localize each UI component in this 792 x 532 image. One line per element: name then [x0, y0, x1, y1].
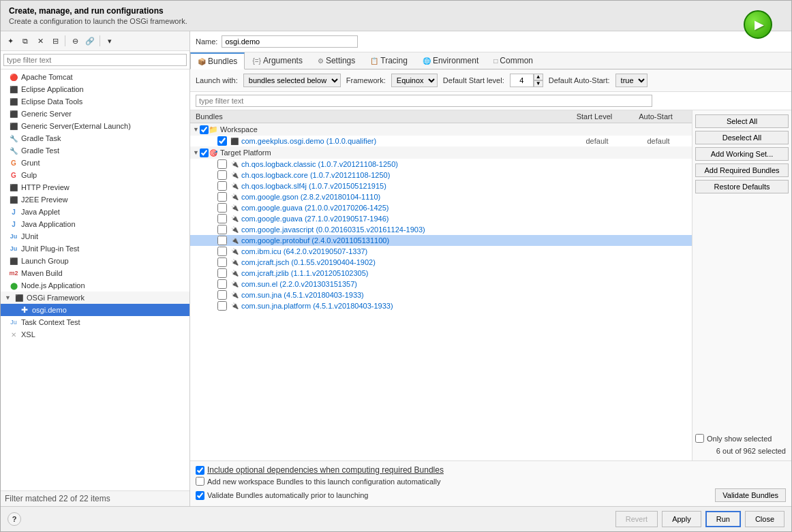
tab-common[interactable]: □ Common [486, 52, 540, 69]
tree-item-generic-server-external[interactable]: ⬛ Generic Server(External Launch) [1, 120, 189, 132]
tree-item-junit-plugin[interactable]: Ju JUnit Plug-in Test [1, 242, 189, 255]
logback-core-cb[interactable] [217, 170, 227, 180]
bundles-filter-input[interactable] [196, 95, 652, 107]
tree-item-maven-build[interactable]: m2 Maven Build [1, 267, 189, 279]
restore-defaults-button[interactable]: Restore Defaults [695, 180, 789, 193]
only-show-selected-checkbox[interactable] [695, 434, 704, 443]
tree-item-eclipse-data-tools[interactable]: ⬛ Eclipse Data Tools [1, 95, 189, 108]
duplicate-button[interactable]: ⧉ [18, 34, 32, 48]
dialog-subtitle: Create a configuration to launch the OSG… [9, 17, 783, 25]
tree-item-gradle-test[interactable]: 🔧 Gradle Test [1, 144, 189, 157]
collapse-button[interactable]: ⊖ [68, 34, 82, 48]
run-button[interactable] [744, 10, 772, 39]
tree-item-java-applet[interactable]: J Java Applet [1, 206, 189, 218]
bundle-row-guava-27[interactable]: 🔌 com.google.guava (27.1.0.v20190517-194… [190, 213, 692, 224]
tree-item-eclipse-application[interactable]: ⬛ Eclipse Application [1, 83, 189, 95]
tab-tracing[interactable]: 📋 Tracing [363, 52, 415, 69]
left-search [1, 51, 189, 69]
tab-environment[interactable]: 🌐 Environment [415, 52, 486, 69]
jcraft-jzlib-cb[interactable] [217, 268, 227, 278]
tree-item-j2ee-preview[interactable]: ⬛ J2EE Preview [1, 193, 189, 206]
validate-auto-checkbox[interactable] [196, 491, 204, 500]
tree-item-xsl[interactable]: ✕ XSL [1, 328, 189, 341]
add-working-set-button[interactable]: Add Working Set... [695, 147, 789, 161]
jcraft-jsch-cb[interactable] [217, 257, 227, 267]
tree-item-junit[interactable]: Ju JUnit [1, 230, 189, 242]
sun-jna-platform-cb[interactable] [217, 301, 227, 311]
select-all-button[interactable]: Select All [695, 114, 789, 128]
tab-bundles[interactable]: 📦 Bundles [190, 52, 245, 69]
add-new-workspace-checkbox[interactable] [196, 477, 204, 486]
tree-item-generic-server[interactable]: ⬛ Generic Server [1, 108, 189, 120]
spinner-up[interactable]: ▲ [534, 74, 543, 80]
bundle-row-sun-jna[interactable]: 🔌 com.sun.jna (4.5.1.v20180403-1933) [190, 290, 692, 300]
sun-el-cb[interactable] [217, 279, 227, 289]
bundle-row-osgi-demo[interactable]: ⬛ com.geekplus.osgi.demo (1.0.0.qualifie… [190, 136, 692, 146]
tree-item-grunt[interactable]: G Grunt [1, 157, 189, 169]
tree-item-java-application[interactable]: J Java Application [1, 218, 189, 230]
tree-item-nodejs[interactable]: ⬤ Node.js Application [1, 279, 189, 292]
link-button[interactable]: 🔗 [83, 34, 97, 48]
close-button[interactable]: Close [745, 511, 785, 527]
target-checkbox[interactable] [200, 148, 209, 157]
bundle-row-sun-el[interactable]: 🔌 com.sun.el (2.2.0.v201303151357) [190, 279, 692, 290]
bundle-row-guava-21[interactable]: 🔌 com.google.guava (21.0.0.v20170206-142… [190, 202, 692, 213]
name-label: Name: [196, 37, 217, 46]
workspace-group: ▼ 📁 Workspace ⬛ com.geekplus.osgi.demo (… [190, 123, 692, 146]
workspace-checkbox[interactable] [200, 125, 209, 134]
osgi-demo-bundle-checkbox[interactable] [217, 136, 227, 146]
workspace-icon: 📁 [209, 125, 218, 134]
target-group-header[interactable]: ▼ 🎯 Target Platform [190, 146, 692, 159]
bundle-row-jcraft-jsch[interactable]: 🔌 com.jcraft.jsch (0.1.55.v20190404-1902… [190, 257, 692, 268]
more-button[interactable]: ▾ [103, 34, 117, 48]
ibm-icu-cb[interactable] [217, 247, 227, 256]
framework-select[interactable]: Equinox [391, 74, 438, 87]
tab-settings[interactable]: ⚙ Settings [310, 52, 363, 69]
sun-jna-cb[interactable] [217, 290, 227, 300]
revert-button[interactable]: Revert [615, 511, 658, 527]
logback-slf4j-cb[interactable] [217, 181, 227, 191]
bundle-row-ibm-icu[interactable]: 🔌 com.ibm.icu (64.2.0.v20190507-1337) [190, 246, 692, 257]
bundle-name: com.sun.jna (4.5.1.v20180403-1933) [241, 291, 689, 299]
bundle-row-logback-classic[interactable]: 🔌 ch.qos.logback.classic (1.0.7.v2012110… [190, 159, 692, 170]
tree-item-apache-tomcat[interactable]: 🔴 Apache Tomcat [1, 71, 189, 83]
bundle-row-protobuf[interactable]: 🔌 com.google.protobuf (2.4.0.v2011051311… [190, 235, 692, 246]
deselect-all-button[interactable]: Deselect All [695, 131, 789, 144]
validate-bundles-button[interactable]: Validate Bundles [715, 488, 786, 502]
protobuf-cb[interactable] [217, 236, 227, 245]
left-filter-input[interactable] [3, 54, 187, 66]
apply-button[interactable]: Apply [662, 511, 701, 527]
add-required-bundles-button[interactable]: Add Required Bundles [695, 163, 789, 177]
bundle-row-jcraft-jzlib[interactable]: 🔌 com.jcraft.jzlib (1.1.1.v201205102305) [190, 268, 692, 279]
bundle-row-sun-jna-platform[interactable]: 🔌 com.sun.jna.platform (4.5.1.v20180403-… [190, 300, 692, 311]
launch-with-select[interactable]: bundles selected below [243, 74, 341, 87]
tree-item-task-context[interactable]: Ju Task Context Test [1, 316, 189, 328]
google-gson-cb[interactable] [217, 192, 227, 202]
tree-item-launch-group[interactable]: ⬛ Launch Group [1, 255, 189, 267]
bundle-row-google-gson[interactable]: 🔌 com.google.gson (2.8.2.v20180104-1110) [190, 191, 692, 202]
delete-button[interactable]: ✕ [33, 34, 47, 48]
tab-arguments[interactable]: {=} Arguments [245, 52, 310, 69]
guava-27-cb[interactable] [217, 214, 227, 223]
bundle-row-google-js[interactable]: 🔌 com.google.javascript (0.0.20160315.v2… [190, 224, 692, 235]
workspace-group-header[interactable]: ▼ 📁 Workspace [190, 123, 692, 136]
auto-start-select[interactable]: true [615, 74, 648, 87]
tree-item-gulp[interactable]: G Gulp [1, 169, 189, 181]
tree-item-osgi-framework[interactable]: ▼ ⬛ OSGi Framework [1, 292, 189, 304]
start-level-input[interactable] [510, 74, 534, 87]
tree-item-osgi-demo[interactable]: ✚ osgi.demo [1, 304, 189, 316]
name-input[interactable] [222, 35, 358, 48]
filter-button[interactable]: ⊟ [48, 34, 62, 48]
new-config-button[interactable]: ✦ [3, 34, 17, 48]
help-button[interactable]: ? [7, 512, 21, 526]
guava-21-cb[interactable] [217, 203, 227, 213]
bundle-row-logback-core[interactable]: 🔌 ch.qos.logback.core (1.0.7.v20121108-1… [190, 170, 692, 181]
logback-classic-cb[interactable] [217, 159, 227, 169]
google-js-cb[interactable] [217, 225, 227, 234]
bundle-row-logback-slf4j[interactable]: 🔌 ch.qos.logback.slf4j (1.0.7.v201505121… [190, 181, 692, 191]
include-optional-checkbox[interactable] [196, 466, 204, 475]
tree-item-gradle-task[interactable]: 🔧 Gradle Task [1, 132, 189, 144]
spinner-down[interactable]: ▼ [534, 80, 543, 87]
run-dialog-button[interactable]: Run [705, 511, 741, 527]
tree-item-http-preview[interactable]: ⬛ HTTP Preview [1, 181, 189, 193]
